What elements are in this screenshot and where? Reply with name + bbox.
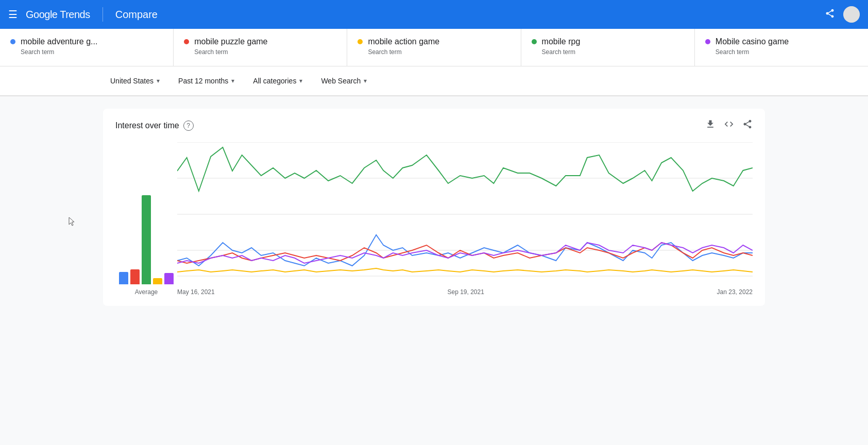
header: ☰ Google Trends Compare [0, 0, 868, 29]
term-name: mobile adventure g... [21, 37, 97, 46]
term-name: Mobile casino game [716, 37, 789, 46]
term-type: Search term [358, 48, 510, 56]
chevron-down-icon: ▾ [157, 77, 160, 84]
chart-title: Interest over time [115, 121, 179, 130]
term-name: mobile puzzle game [194, 37, 267, 46]
download-icon[interactable] [705, 119, 716, 132]
share-icon[interactable] [825, 8, 835, 21]
term-type: Search term [705, 48, 858, 56]
category-label: All categories [253, 77, 296, 85]
term-color-dot [184, 39, 189, 44]
svg-point-0 [843, 6, 860, 23]
x-axis-labels: May 16, 2021 Sep 19, 2021 Jan 23, 2022 [177, 286, 753, 296]
line-chart-section: 100 75 50 25 [177, 142, 753, 296]
embed-icon[interactable] [724, 119, 734, 132]
line-chart-svg: 100 75 50 25 [177, 142, 753, 286]
chart-actions [705, 119, 753, 132]
main-content: Interest over time ? [0, 96, 868, 314]
timerange-label: Past 12 months [178, 77, 228, 85]
page-title: Compare [115, 9, 158, 21]
term-type: Search term [10, 48, 163, 56]
header-actions [825, 6, 860, 23]
searchtype-filter[interactable]: Web Search ▾ [314, 73, 374, 89]
app-logo: Google Trends [26, 9, 90, 21]
share-icon[interactable] [742, 119, 753, 132]
chart-area: Average 100 75 50 [115, 142, 753, 296]
bar-rpg [142, 195, 151, 284]
x-label-end: Jan 23, 2022 [717, 288, 753, 296]
search-term-item[interactable]: mobile action game Search term [347, 29, 521, 66]
chart-header: Interest over time ? [115, 119, 753, 132]
chevron-down-icon: ▾ [364, 77, 367, 84]
line-action [177, 268, 753, 272]
search-term-item[interactable]: mobile rpg Search term [521, 29, 695, 66]
country-label: United States [110, 77, 154, 85]
bar-puzzle [130, 269, 140, 284]
term-name: mobile rpg [542, 37, 581, 46]
interest-over-time-card: Interest over time ? [103, 109, 765, 306]
term-type: Search term [532, 48, 684, 56]
x-label-start: May 16, 2021 [177, 288, 215, 296]
bar-casino [164, 273, 174, 284]
user-avatar[interactable] [843, 6, 860, 23]
x-label-mid: Sep 19, 2021 [447, 288, 484, 296]
bar-action [153, 278, 162, 284]
term-name: mobile action game [368, 37, 439, 46]
search-term-item[interactable]: mobile adventure g... Search term [0, 29, 174, 66]
bar-chart-label: Average [135, 288, 158, 296]
term-color-dot [705, 39, 710, 44]
search-term-item[interactable]: Mobile casino game Search term [695, 29, 868, 66]
help-icon[interactable]: ? [183, 121, 194, 131]
bar-adventure [119, 272, 128, 284]
search-terms-bar: mobile adventure g... Search term mobile… [0, 29, 868, 66]
chevron-down-icon: ▾ [299, 77, 302, 84]
chart-title-row: Interest over time ? [115, 121, 194, 131]
search-term-item[interactable]: mobile puzzle game Search term [174, 29, 347, 66]
searchtype-label: Web Search [321, 77, 361, 85]
term-type: Search term [184, 48, 336, 56]
term-color-dot [358, 39, 363, 44]
line-puzzle [177, 243, 753, 263]
line-rpg [177, 147, 753, 191]
timerange-filter[interactable]: Past 12 months ▾ [171, 73, 242, 89]
chevron-down-icon: ▾ [231, 77, 234, 84]
line-chart-wrapper: 100 75 50 25 [177, 142, 753, 286]
category-filter[interactable]: All categories ▾ [246, 73, 310, 89]
bar-chart-section: Average [115, 161, 177, 296]
term-color-dot [532, 39, 537, 44]
filters-bar: United States ▾ Past 12 months ▾ All cat… [0, 66, 868, 96]
bar-chart-inner [119, 161, 174, 284]
term-color-dot [10, 39, 15, 44]
country-filter[interactable]: United States ▾ [103, 73, 167, 89]
menu-icon[interactable]: ☰ [8, 8, 18, 21]
header-divider [103, 7, 103, 22]
